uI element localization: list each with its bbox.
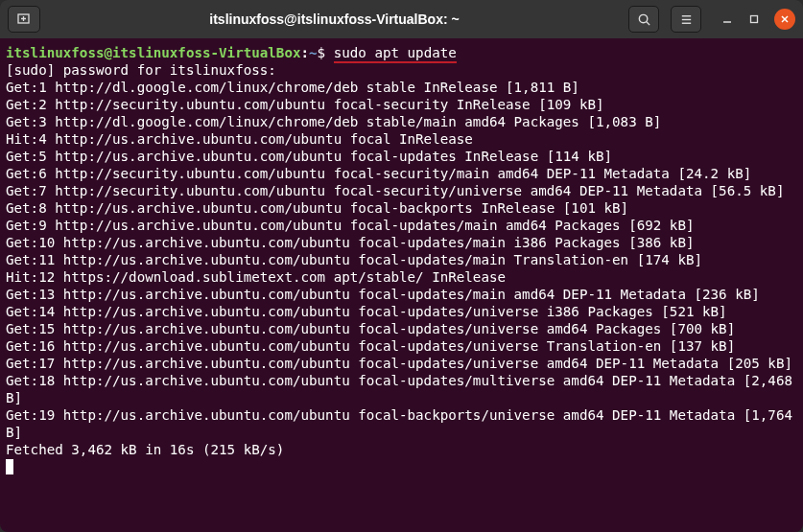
maximize-button[interactable]	[747, 12, 761, 26]
prompt-path: ~	[309, 45, 318, 60]
new-tab-button[interactable]	[8, 6, 40, 33]
hamburger-icon	[679, 12, 694, 27]
new-tab-icon	[16, 12, 32, 27]
svg-point-3	[639, 14, 647, 22]
titlebar: itslinuxfoss@itslinuxfoss-VirtualBox: ~	[0, 0, 803, 38]
minimize-icon	[721, 13, 733, 25]
terminal-body[interactable]: itslinuxfoss@itslinuxfoss-VirtualBox:~$ …	[0, 38, 803, 532]
titlebar-left	[8, 6, 40, 33]
titlebar-right	[628, 6, 795, 33]
prompt-dollar: $	[318, 45, 334, 60]
window-title: itslinuxfoss@itslinuxfoss-VirtualBox: ~	[40, 12, 628, 27]
search-icon	[637, 12, 651, 27]
cursor	[6, 459, 13, 474]
terminal-output: [sudo] password for itslinuxfoss: Get:1 …	[6, 62, 801, 457]
prompt-user-host: itslinuxfoss@itslinuxfoss-VirtualBox	[6, 45, 301, 60]
maximize-icon	[748, 13, 760, 25]
minimize-button[interactable]	[720, 12, 734, 26]
menu-button[interactable]	[671, 6, 701, 33]
prompt-separator: :	[301, 45, 310, 60]
search-button[interactable]	[628, 6, 659, 33]
close-button[interactable]	[774, 9, 795, 30]
svg-rect-9	[751, 16, 758, 23]
command-text: sudo apt update	[334, 45, 457, 63]
svg-line-4	[646, 21, 649, 24]
window-controls	[720, 9, 795, 30]
close-icon	[780, 14, 790, 24]
